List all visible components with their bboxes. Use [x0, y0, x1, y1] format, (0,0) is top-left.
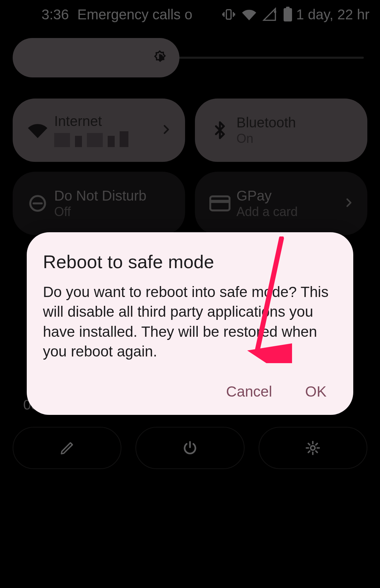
dialog-body: Do you want to reboot into safe mode? Th… [43, 282, 337, 361]
brightness-slider[interactable] [13, 38, 367, 77]
wifi-icon [25, 120, 50, 141]
svg-rect-5 [210, 200, 230, 203]
wifi-icon [242, 7, 256, 21]
status-battery-text: 1 day, 22 hr [296, 7, 369, 23]
tile-dnd-sub: Off [54, 204, 146, 219]
chevron-right-icon [160, 123, 172, 137]
tile-internet-title: Internet [54, 113, 128, 129]
svg-rect-1 [284, 8, 292, 21]
tile-gpay[interactable]: GPay Add a card [195, 172, 367, 235]
svg-rect-2 [286, 7, 290, 9]
status-carrier-label: Emergency calls o [77, 7, 192, 23]
svg-point-6 [311, 446, 315, 450]
tile-bluetooth-title: Bluetooth [236, 115, 296, 131]
signal-icon [262, 7, 277, 21]
tile-dnd-title: Do Not Disturb [54, 188, 146, 204]
bluetooth-icon [208, 121, 232, 140]
ok-button[interactable]: OK [301, 381, 331, 402]
svg-rect-4 [210, 196, 230, 210]
status-bar: 3:36 Emergency calls o 1 day, 22 hr [0, 0, 380, 29]
gear-icon [305, 440, 321, 456]
tile-bluetooth[interactable]: Bluetooth On [195, 99, 367, 162]
power-icon [182, 440, 198, 456]
status-clock: 3:36 [42, 7, 69, 23]
dialog-title: Reboot to safe mode [43, 251, 337, 272]
tile-internet-ssid-redacted [54, 131, 128, 147]
vibrate-icon [222, 7, 236, 21]
safe-mode-dialog: Reboot to safe mode Do you want to reboo… [27, 232, 353, 415]
tile-dnd[interactable]: Do Not Disturb Off [13, 172, 185, 235]
settings-button[interactable] [259, 427, 367, 469]
dnd-icon [25, 194, 50, 213]
brightness-icon [151, 49, 169, 67]
tile-gpay-title: GPay [236, 188, 298, 204]
edit-tiles-button[interactable] [13, 427, 121, 469]
power-button[interactable] [135, 427, 244, 469]
tile-internet[interactable]: Internet [13, 99, 185, 162]
cancel-button[interactable]: Cancel [222, 381, 277, 402]
battery-icon [283, 7, 293, 22]
chevron-right-icon [343, 197, 355, 210]
tile-gpay-sub: Add a card [236, 204, 298, 219]
pencil-icon [59, 440, 75, 456]
svg-rect-0 [226, 10, 231, 19]
tile-bluetooth-sub: On [236, 131, 296, 146]
card-icon [208, 195, 232, 212]
